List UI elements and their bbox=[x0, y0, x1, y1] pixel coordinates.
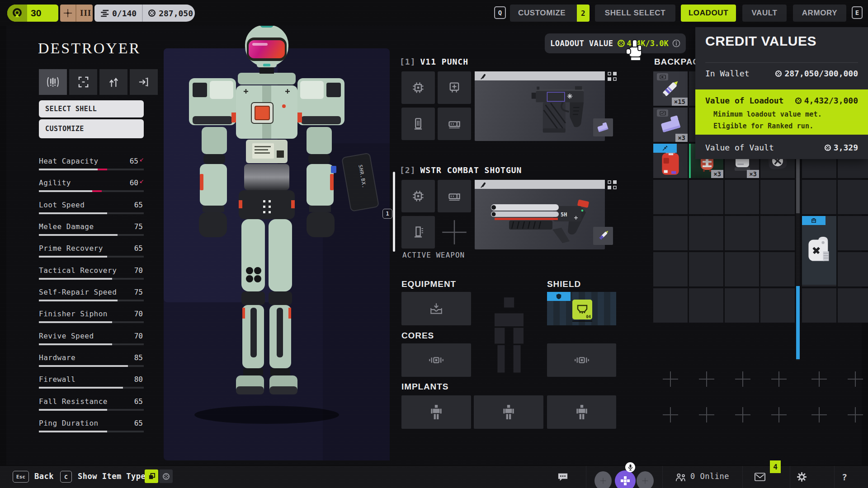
weapon1-grid-toggle-icon[interactable] bbox=[607, 71, 617, 81]
weapon2-mod-slot-chip[interactable] bbox=[401, 180, 435, 212]
shield-item[interactable]: 04 bbox=[572, 300, 592, 319]
weapon1-mod-slot-sight[interactable] bbox=[438, 71, 471, 104]
backpack-cell[interactable] bbox=[725, 180, 759, 214]
backpack-cell[interactable] bbox=[802, 180, 836, 214]
tab-customize[interactable]: CUSTOMIZE 2 bbox=[510, 5, 590, 22]
stat-row[interactable]: Fall Resistance 65 bbox=[39, 397, 144, 419]
shell-tab-frame[interactable] bbox=[69, 69, 97, 95]
shell-tab-stats[interactable] bbox=[39, 69, 67, 95]
weapon2-ammo-tile[interactable] bbox=[593, 227, 613, 245]
loadout-note-line1: Minimum loadout value met. bbox=[713, 110, 822, 118]
rank-badge[interactable]: III bbox=[60, 5, 93, 22]
equipment-slot[interactable] bbox=[401, 292, 471, 325]
stat-row[interactable]: Hardware 85 bbox=[39, 353, 144, 375]
stat-row[interactable]: Firewall 80 bbox=[39, 375, 144, 397]
chat-icon[interactable] bbox=[557, 472, 568, 482]
backpack-cell[interactable] bbox=[725, 216, 759, 250]
backpack-item-magazine[interactable]: ×3 bbox=[653, 108, 688, 142]
backpack-item-medkit[interactable] bbox=[653, 144, 688, 178]
weapon1-mod-slot-chip[interactable] bbox=[401, 71, 435, 104]
implant-slot-3[interactable] bbox=[547, 395, 616, 429]
level-pill[interactable]: 30 bbox=[7, 5, 58, 22]
stat-value: 70 bbox=[134, 266, 143, 275]
mic-badge[interactable] bbox=[625, 462, 635, 472]
party-slot-left[interactable] bbox=[594, 471, 612, 488]
implant-slot-2[interactable] bbox=[474, 395, 543, 429]
weapon1-mod-slot-magazine[interactable] bbox=[401, 108, 435, 140]
backpack-cell[interactable] bbox=[653, 216, 688, 250]
weapon1-ammo-tile[interactable] bbox=[593, 118, 613, 136]
select-shell-button[interactable]: SELECT SHELL bbox=[39, 100, 144, 117]
character-render[interactable]: SHR.BX. bbox=[149, 6, 384, 435]
backpack-scroll-highlight bbox=[796, 286, 800, 359]
stat-row[interactable]: Ping Duration 65 bbox=[39, 419, 144, 441]
tab-armory[interactable]: ARMORY bbox=[793, 5, 846, 22]
backpack-cell[interactable] bbox=[838, 252, 868, 286]
stat-value: 65 bbox=[134, 201, 143, 209]
mail-icon[interactable] bbox=[755, 473, 765, 481]
item-type-toggle-on[interactable] bbox=[145, 469, 158, 483]
weapon2-mod-slot-magazine[interactable] bbox=[438, 180, 471, 212]
backpack-cell[interactable] bbox=[838, 180, 868, 214]
tab-loadout[interactable]: LOADOUT bbox=[681, 5, 736, 22]
stat-row[interactable]: Agility 60↙ bbox=[39, 178, 144, 200]
stat-bar bbox=[39, 234, 144, 236]
core-slot-1[interactable] bbox=[401, 343, 471, 377]
backpack-cell[interactable] bbox=[689, 288, 723, 323]
weapon2-mod-slot-empty[interactable] bbox=[438, 216, 471, 249]
settings-gear-icon[interactable] bbox=[797, 472, 807, 482]
player-avatar[interactable] bbox=[615, 470, 636, 488]
help-button[interactable]: ? bbox=[842, 472, 848, 483]
implant-slot-1[interactable] bbox=[401, 395, 471, 429]
backpack-cell[interactable] bbox=[689, 216, 723, 250]
weapon2-grid-toggle-icon[interactable] bbox=[607, 180, 617, 190]
stat-row[interactable]: Finisher Siphon 70 bbox=[39, 310, 144, 331]
back-button[interactable]: Back bbox=[34, 472, 54, 481]
active-weapon-tag: ACTIVE WEAPON bbox=[402, 251, 465, 259]
backpack-cell[interactable] bbox=[653, 180, 688, 214]
backpack-cell[interactable] bbox=[760, 180, 795, 214]
stat-row[interactable]: Loot Speed 65 bbox=[39, 201, 144, 222]
backpack-cell[interactable] bbox=[838, 216, 868, 250]
item-type-toggle-credit[interactable] bbox=[159, 469, 173, 483]
weapon1-card[interactable] bbox=[475, 71, 605, 141]
stat-row[interactable]: Tactical Recovery 70 bbox=[39, 266, 144, 288]
tab-vault[interactable]: VAULT bbox=[742, 5, 787, 22]
info-icon[interactable] bbox=[672, 39, 680, 47]
party-slot-right[interactable] bbox=[637, 471, 654, 488]
stat-row[interactable]: Prime Recovery 65 bbox=[39, 244, 144, 266]
core-slot-2[interactable] bbox=[547, 343, 616, 377]
backpack-cell[interactable] bbox=[760, 252, 795, 286]
stat-row[interactable]: Melee Damage 75 bbox=[39, 222, 144, 244]
shell-tab-mobility[interactable] bbox=[99, 69, 127, 95]
backpack-item-stim-pen[interactable]: ×15 bbox=[653, 71, 688, 106]
stat-row[interactable]: Self-Repair Speed 75 bbox=[39, 288, 144, 310]
backpack-cell[interactable] bbox=[653, 288, 688, 323]
stat-label: Firewall bbox=[39, 375, 75, 384]
backpack-cell[interactable] bbox=[760, 288, 795, 323]
loadout-value-pill[interactable]: LOADOUT VALUE 4.4K/3.0K bbox=[545, 33, 686, 53]
backpack-cell[interactable] bbox=[653, 252, 688, 286]
backpack-cell[interactable] bbox=[689, 180, 723, 214]
shield-slot[interactable]: 04 bbox=[547, 292, 616, 325]
backpack-cell[interactable] bbox=[760, 216, 795, 250]
stat-reduced-arrow-icon: ↙ bbox=[139, 156, 144, 163]
backpack-item-ammo-crate[interactable] bbox=[802, 216, 836, 285]
backpack-cell[interactable] bbox=[725, 252, 759, 286]
stat-row[interactable]: Revive Speed 70 bbox=[39, 332, 144, 353]
stat-value: 60 bbox=[130, 178, 138, 187]
weapon2-mod-slot-barrel[interactable] bbox=[401, 216, 435, 249]
stat-row[interactable]: Heat Capacity 65↙ bbox=[39, 157, 144, 178]
weapon1-mod-slot-stock[interactable] bbox=[438, 108, 471, 140]
customize-shell-button[interactable]: CUSTOMIZE bbox=[39, 119, 144, 138]
show-item-type-button[interactable]: Show Item Type bbox=[78, 472, 146, 481]
backpack-cell[interactable] bbox=[838, 288, 868, 323]
weapon-scrollbar[interactable] bbox=[393, 172, 395, 252]
backpack-cell[interactable] bbox=[725, 288, 759, 323]
backpack-cell[interactable] bbox=[689, 252, 723, 286]
shell-tab-impact[interactable] bbox=[130, 69, 158, 95]
stat-value: 75 bbox=[134, 222, 143, 231]
backpack-cell[interactable] bbox=[802, 288, 836, 323]
tab-shell-select[interactable]: SHELL SELECT bbox=[595, 5, 675, 22]
weapon2-card[interactable]: 5H bbox=[475, 180, 605, 249]
